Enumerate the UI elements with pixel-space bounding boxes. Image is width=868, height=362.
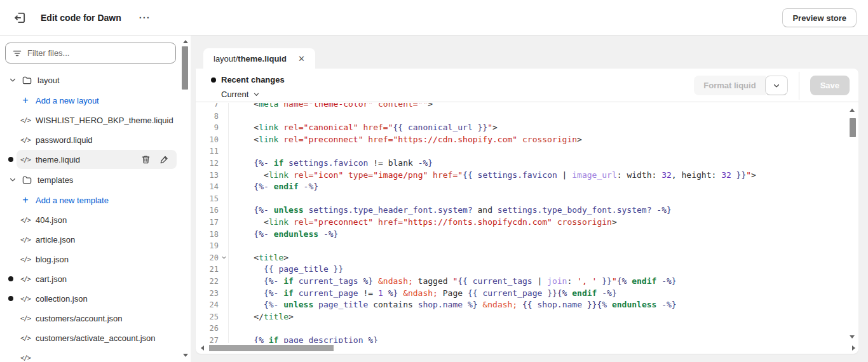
close-icon[interactable]: ✕ (298, 55, 305, 63)
code-line-11[interactable]: 11 (196, 145, 849, 158)
line-number: 15 (196, 193, 228, 205)
sidebar-scroll-up-icon[interactable] (183, 40, 188, 43)
editor-scroll-up-icon[interactable] (850, 109, 855, 112)
code-line-21[interactable]: 21 {{ page_title }} (196, 264, 849, 276)
code-text: <meta name="theme-color" content=""> (228, 103, 433, 111)
line-number: 8 (196, 111, 228, 123)
line-number: 20 (196, 252, 228, 264)
code-line-8[interactable]: 8 (196, 111, 849, 123)
file-article-json[interactable]: </>article.json (17, 230, 177, 249)
code-line-23[interactable]: 23 {%- if current_page != 1 %} &ndash; P… (196, 288, 849, 300)
code-text: <link rel="preconnect" href="https://cdn… (228, 134, 582, 146)
line-number: 10 (196, 134, 228, 146)
filter-files-box (5, 43, 176, 64)
code-file-icon: </> (20, 156, 31, 163)
line-number: 7 (196, 103, 228, 111)
file-password-liquid[interactable]: </>password.liquid (17, 130, 177, 149)
fold-caret-icon[interactable] (221, 255, 227, 260)
save-button[interactable]: Save (810, 76, 850, 95)
tree-item-label: WISHLIST_HERO_BKP_theme.liquid (36, 116, 173, 125)
tab-theme-liquid[interactable]: layout/theme.liquid ✕ (203, 48, 315, 69)
code-file-icon: </> (20, 275, 31, 283)
line-number: 27 (196, 335, 228, 343)
code-line-26[interactable]: 26 (196, 323, 849, 335)
file-customers-activate-account-json[interactable]: </>customers/activate_account.json (17, 328, 177, 347)
line-number: 23 (196, 288, 228, 300)
code-line-20[interactable]: 20 <title> (196, 252, 849, 264)
code-line-12[interactable]: 12 {%- if settings.favicon != blank -%} (196, 158, 849, 170)
code-area: 7 <meta name="theme-color" content="">89… (196, 103, 858, 354)
format-liquid-button[interactable]: Format liquid (694, 76, 765, 95)
code-editor-app: Edit code for Dawn ··· Preview store lay… (0, 0, 868, 362)
code-text: {%- endif -%} (228, 181, 318, 193)
code-line-22[interactable]: 22 {%- if current_tags %} &ndash; tagged… (196, 276, 849, 288)
code-text: {%- if current_tags %} &ndash; tagged "{… (228, 276, 677, 288)
code-line-9[interactable]: 9 <link rel="canonical" href="{{ canonic… (196, 122, 849, 134)
file-theme-liquid[interactable]: </>theme.liquid (17, 150, 177, 169)
code-line-17[interactable]: 17 <link rel="preconnect" href="https://… (196, 217, 849, 229)
file-404-json[interactable]: </>404.json (17, 210, 177, 229)
chevron-down-icon (9, 176, 17, 184)
code-line-7[interactable]: 7 <meta name="theme-color" content=""> (196, 103, 849, 111)
editor-scroll-left-icon[interactable] (201, 345, 204, 351)
filter-files-input[interactable] (27, 48, 169, 58)
code-text: {%- unless settings.type_header_font.sys… (228, 204, 672, 217)
line-number: 12 (196, 158, 228, 170)
code-text: {%- if current_page != 1 %} &ndash; Page… (228, 288, 617, 300)
editor-scroll-right-icon[interactable] (852, 345, 855, 351)
version-dropdown-label: Current (221, 90, 248, 99)
file-wishlist-hero-bkp-theme-liquid[interactable]: </>WISHLIST_HERO_BKP_theme.liquid (17, 111, 177, 130)
folder-icon (22, 175, 32, 185)
code-viewport[interactable]: 7 <meta name="theme-color" content="">89… (196, 103, 849, 343)
code-line-13[interactable]: 13 <link rel="icon" type="image/png" hre… (196, 170, 849, 182)
folder-layout[interactable]: layout (0, 70, 177, 90)
code-line-25[interactable]: 25 </title> (196, 311, 849, 323)
editor-hscrollbar-thumb[interactable] (209, 345, 334, 351)
format-liquid-dropdown-button[interactable] (765, 76, 788, 95)
folder-templates[interactable]: templates (0, 170, 177, 190)
code-line-16[interactable]: 16 {%- unless settings.type_header_font.… (196, 204, 849, 217)
add-button-add-a-new-layout[interactable]: +Add a new layout (17, 91, 177, 110)
unsaved-dot-icon (211, 77, 216, 83)
file-collection-json[interactable]: </>collection.json (17, 289, 177, 308)
code-text (228, 323, 234, 335)
add-button-add-a-new-template[interactable]: +Add a new template (17, 191, 177, 210)
sidebar-scroll-down-icon[interactable] (183, 354, 188, 357)
exit-editor-button[interactable] (10, 8, 29, 27)
rename-icon[interactable] (159, 154, 169, 164)
file-customers-account-json[interactable]: </>customers/account.json (17, 309, 177, 328)
format-liquid-split-button: Format liquid (694, 76, 787, 95)
tree-item-label: cart.json (36, 274, 67, 284)
more-options-button[interactable]: ··· (135, 11, 154, 23)
code-line-27[interactable]: 27 {% if page_description %} (196, 335, 849, 343)
code-text: {%- endunless -%} (228, 229, 338, 241)
exit-icon (13, 11, 27, 25)
version-dropdown[interactable]: Current (221, 90, 260, 99)
sidebar-scrollbar-thumb[interactable] (182, 46, 188, 90)
chevron-down-icon (253, 91, 260, 98)
recent-changes-label: Recent changes (221, 75, 285, 84)
code-file-icon: </> (20, 334, 31, 342)
editor-card: Recent changes Current Format liquid (196, 69, 858, 354)
editor-vscrollbar-thumb[interactable] (850, 118, 856, 137)
code-line-14[interactable]: 14 {%- endif -%} (196, 181, 849, 193)
tree-item-label: Add a new template (36, 196, 109, 205)
line-number: 21 (196, 264, 228, 276)
preview-store-button[interactable]: Preview store (782, 8, 857, 27)
plus-icon: + (20, 194, 31, 206)
tree-item-label: customers/activate_account.json (36, 333, 156, 343)
file-cart-json[interactable]: </>cart.json (17, 269, 177, 288)
header-divider (799, 72, 799, 100)
code-line-15[interactable]: 15 (196, 193, 849, 205)
code-line-24[interactable]: 24 {%- unless page_title contains shop.n… (196, 299, 849, 311)
code-line-18[interactable]: 18 {%- endunless -%} (196, 229, 849, 241)
file-blog-json[interactable]: </>blog.json (17, 250, 177, 269)
code-file-icon: </> (20, 314, 31, 322)
delete-icon[interactable] (141, 154, 151, 164)
modified-dot-icon (8, 296, 13, 301)
code-text: {%- unless page_title contains shop.name… (228, 299, 677, 311)
code-file-icon: </> (20, 136, 31, 144)
code-line-10[interactable]: 10 <link rel="preconnect" href="https://… (196, 134, 849, 146)
editor-scroll-down-icon[interactable] (850, 335, 855, 339)
code-line-19[interactable]: 19 (196, 240, 849, 252)
